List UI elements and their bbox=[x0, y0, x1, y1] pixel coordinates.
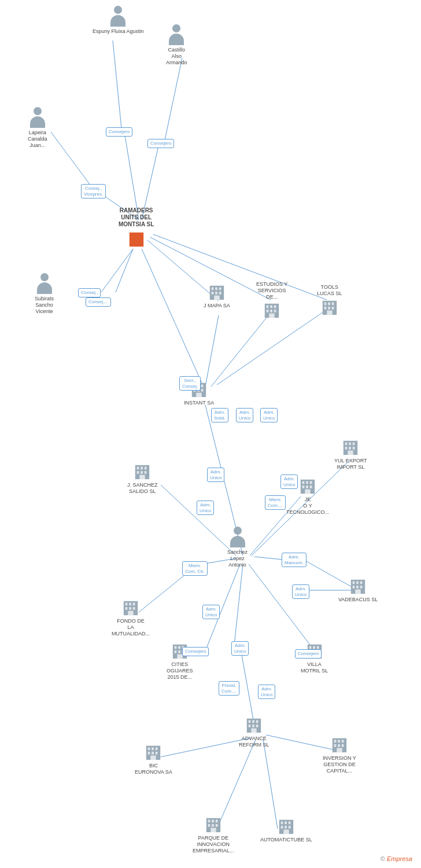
badge-adm-unico-je[interactable]: Adm.Unico bbox=[280, 475, 298, 489]
svg-rect-39 bbox=[134, 242, 139, 247]
svg-rect-57 bbox=[324, 302, 326, 305]
svg-rect-141 bbox=[152, 752, 154, 755]
person-icon-subirats bbox=[36, 273, 53, 294]
svg-rect-113 bbox=[174, 646, 176, 649]
svg-line-29 bbox=[217, 740, 256, 829]
node-automatictube: AUTOMATICTUBE SL bbox=[260, 818, 312, 843]
svg-rect-33 bbox=[131, 234, 133, 237]
svg-rect-167 bbox=[283, 830, 289, 834]
label-bic-euronova: BICEURONOVA SA bbox=[135, 763, 172, 775]
svg-rect-140 bbox=[148, 752, 150, 755]
svg-rect-122 bbox=[313, 646, 315, 649]
label-jsanchez: J. SANCHEZSALIDO SL bbox=[127, 482, 158, 495]
svg-rect-134 bbox=[256, 724, 258, 727]
badge-adm-unico-fondo[interactable]: Adm.Unico bbox=[202, 605, 220, 619]
badge-adm-solid[interactable]: Adm.Solid. bbox=[211, 408, 228, 422]
person-icon-castillo bbox=[168, 24, 185, 45]
badge-consej-sub1[interactable]: Consej., bbox=[78, 288, 101, 297]
svg-line-28 bbox=[161, 738, 252, 757]
label-automatictube: AUTOMATICTUBE SL bbox=[260, 837, 312, 843]
label-cities: CITIESOGIJARES2015 DE... bbox=[167, 661, 193, 680]
svg-rect-133 bbox=[252, 724, 254, 727]
badge-adm-mancom[interactable]: Adm.Mancom. bbox=[282, 553, 306, 567]
badge-adm-unico-jsanchez[interactable]: Adm.Unico bbox=[207, 468, 224, 482]
svg-rect-162 bbox=[285, 822, 287, 825]
node-bic-euronova: BICEURONOVA SA bbox=[135, 744, 172, 775]
label-jmapa: J MAPA SA bbox=[204, 303, 230, 309]
svg-rect-34 bbox=[135, 234, 137, 237]
svg-rect-87 bbox=[348, 451, 353, 455]
badge-consejero-cities[interactable]: Consejero bbox=[182, 647, 209, 656]
badge-adm-unico2[interactable]: Adm.Unico bbox=[260, 408, 278, 422]
building-icon-jmapa bbox=[208, 284, 226, 301]
svg-rect-79 bbox=[140, 475, 145, 480]
label-villa-motril: VILLAMOTRIL SL bbox=[301, 661, 328, 674]
svg-line-1 bbox=[165, 58, 182, 140]
badge-consejero2[interactable]: Consejero bbox=[147, 139, 174, 148]
svg-line-6 bbox=[101, 249, 133, 292]
svg-rect-101 bbox=[129, 607, 131, 610]
svg-rect-91 bbox=[310, 481, 312, 484]
svg-rect-75 bbox=[145, 467, 147, 470]
svg-rect-139 bbox=[156, 748, 158, 751]
building-icon-je bbox=[299, 477, 316, 495]
svg-rect-74 bbox=[141, 467, 143, 470]
badge-miem-com-ctr[interactable]: Miem.Com. Ctr. bbox=[182, 561, 208, 576]
badge-consej-vicepres[interactable]: Consej.,Vicepres. bbox=[81, 184, 106, 198]
node-jmapa: J MAPA SA bbox=[204, 284, 230, 309]
svg-rect-107 bbox=[360, 582, 363, 584]
svg-rect-50 bbox=[270, 306, 272, 308]
badge-consejero1[interactable]: Consejero bbox=[106, 127, 132, 137]
badge-secr-consej[interactable]: Secr.,Consej. bbox=[179, 376, 201, 391]
label-subirats: SubiratsSanchoVicente bbox=[35, 296, 54, 314]
svg-rect-129 bbox=[249, 720, 251, 723]
node-estudios: ESTUDIOS YSERVICIOSDE... bbox=[256, 279, 287, 319]
badge-adm-unico-jsanchez2[interactable]: Adm.Unico bbox=[197, 501, 214, 515]
badge-adm-unico1[interactable]: Adm.Unico bbox=[236, 408, 253, 422]
svg-rect-38 bbox=[138, 238, 141, 241]
label-yulex: YUL EXPORTIMPORT SL bbox=[334, 458, 367, 470]
svg-rect-47 bbox=[214, 296, 219, 300]
building-icon-advance-reform bbox=[245, 716, 263, 734]
building-icon-parque bbox=[205, 816, 222, 833]
svg-rect-83 bbox=[353, 443, 355, 446]
svg-rect-153 bbox=[208, 820, 210, 823]
svg-rect-82 bbox=[349, 443, 351, 446]
svg-rect-55 bbox=[269, 314, 274, 318]
svg-rect-102 bbox=[133, 607, 135, 610]
person-icon-sanchez-lopez bbox=[229, 527, 246, 547]
badge-consej-sub2[interactable]: Consej.... bbox=[86, 297, 111, 307]
badge-presid-com[interactable]: Presid.Com.... bbox=[219, 681, 239, 696]
svg-rect-131 bbox=[256, 720, 258, 723]
svg-rect-145 bbox=[334, 740, 337, 743]
svg-rect-99 bbox=[133, 603, 135, 606]
node-espuny: Espuny Fluixa Agustin bbox=[93, 6, 144, 35]
building-icon-estudios bbox=[263, 301, 280, 319]
label-lapeira: LapeiraCanaldaJuan... bbox=[28, 130, 47, 148]
badge-adm-unico-advance[interactable]: Adm.Unico bbox=[231, 641, 249, 656]
svg-rect-166 bbox=[289, 826, 291, 829]
svg-rect-94 bbox=[310, 486, 312, 488]
svg-rect-37 bbox=[135, 238, 137, 241]
building-icon-inversion bbox=[331, 736, 348, 753]
label-ramaders: RAMADERSUNITS DELMONTSIA SL bbox=[119, 207, 154, 228]
label-je: JEO YTECNOLOGICO... bbox=[286, 496, 329, 515]
badge-miem-com[interactable]: Miem.Com.... bbox=[265, 495, 286, 510]
svg-line-13 bbox=[211, 312, 271, 387]
badge-adm-unico-vadebacus[interactable]: Adm.Unico bbox=[292, 584, 309, 599]
building-icon-automatictube bbox=[278, 818, 295, 835]
badge-adm-unico-advance2[interactable]: Adm.Unico bbox=[258, 685, 275, 699]
svg-line-16 bbox=[161, 485, 236, 556]
svg-rect-49 bbox=[267, 306, 269, 308]
badge-consejero-villa[interactable]: Consejero bbox=[295, 649, 322, 659]
label-fondo: FONDO DELAMUTUALIDAD... bbox=[112, 618, 150, 637]
svg-rect-45 bbox=[215, 292, 217, 295]
svg-rect-51 bbox=[274, 306, 276, 308]
building-icon-vadebacus bbox=[349, 578, 367, 595]
svg-rect-142 bbox=[156, 752, 158, 755]
node-advance-reform: ADVANCEREFORM SL bbox=[239, 716, 269, 748]
svg-rect-137 bbox=[148, 748, 150, 751]
svg-line-2 bbox=[51, 132, 93, 188]
label-espuny: Espuny Fluixa Agustin bbox=[93, 28, 144, 35]
svg-rect-43 bbox=[219, 288, 221, 290]
